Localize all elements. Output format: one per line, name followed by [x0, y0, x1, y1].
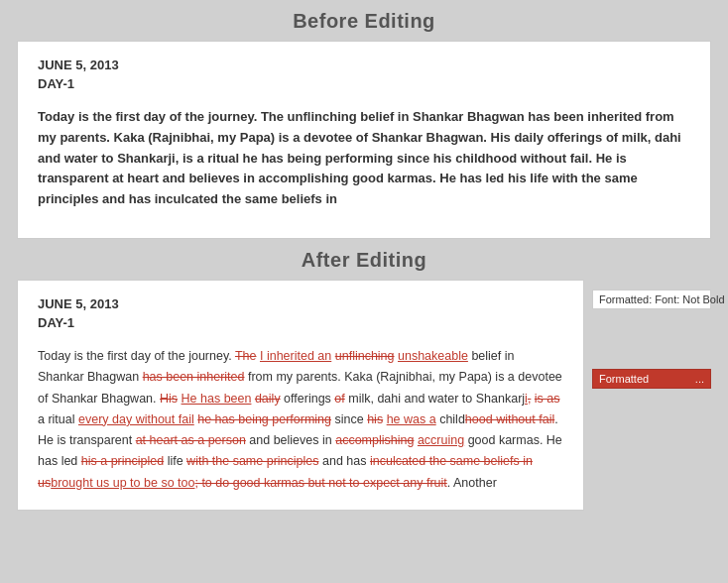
deleted-text-10: his [367, 412, 383, 426]
inserted-text-9: brought us up to be so too [51, 476, 194, 490]
after-editing-container: JUNE 5, 2013 DAY-1 Today is the first da… [17, 280, 711, 511]
inserted-text-1: I inherited an [260, 349, 331, 363]
inserted-text-8: accruing [418, 433, 464, 447]
after-body: Today is the first day of the journey. T… [38, 346, 563, 494]
after-editing-document: JUNE 5, 2013 DAY-1 Today is the first da… [17, 280, 584, 511]
inserted-text-4: He has been [182, 392, 252, 406]
after-editing-section: After Editing JUNE 5, 2013 DAY-1 Today i… [17, 249, 711, 511]
deleted-text-14: his a principled [81, 454, 164, 468]
before-editing-title: Before Editing [17, 10, 711, 33]
deleted-text-1: The [235, 349, 257, 363]
inserted-text-7: he was a [387, 412, 436, 426]
deleted-text-3: has been inherited [143, 370, 245, 384]
before-date: JUNE 5, 2013 [38, 58, 690, 72]
deleted-text-12: at heart as a person [136, 433, 246, 447]
before-body: Today is the first day of the journey. T… [38, 107, 690, 210]
before-editing-document: JUNE 5, 2013 DAY-1 Today is the first da… [17, 41, 711, 239]
after-day: DAY-1 [38, 315, 563, 330]
deleted-text-15: with the same principles [186, 454, 318, 468]
deleted-text-11: hood without fail [465, 412, 554, 426]
after-editing-sidebar: Formatted: Font: Not Bold Formatted ... [592, 280, 711, 511]
inserted-text-2: unshakeable [398, 349, 468, 363]
deleted-text-9: he has being performing [197, 412, 331, 426]
inserted-text-6: every day without fail [78, 412, 194, 426]
deleted-text-5: daily [255, 392, 281, 406]
deleted-text-7: , [528, 392, 531, 406]
deleted-text-2: unflinching [335, 349, 395, 363]
deleted-text-6: of [334, 392, 344, 406]
after-editing-title: After Editing [17, 249, 711, 272]
before-editing-section: Before Editing JUNE 5, 2013 DAY-1 Today … [17, 10, 711, 239]
before-day: DAY-1 [38, 76, 690, 91]
deleted-text-4: His [160, 392, 178, 406]
after-date: JUNE 5, 2013 [38, 296, 563, 311]
deleted-text-17: ; to do good karmas but not to expect an… [194, 476, 446, 490]
deleted-text-8: is as [535, 392, 560, 406]
formatted-bubble-bottom[interactable]: Formatted ... [592, 369, 711, 389]
deleted-text-13: accomplishing [335, 433, 414, 447]
formatted-bubble-top[interactable]: Formatted: Font: Not Bold [592, 290, 711, 309]
